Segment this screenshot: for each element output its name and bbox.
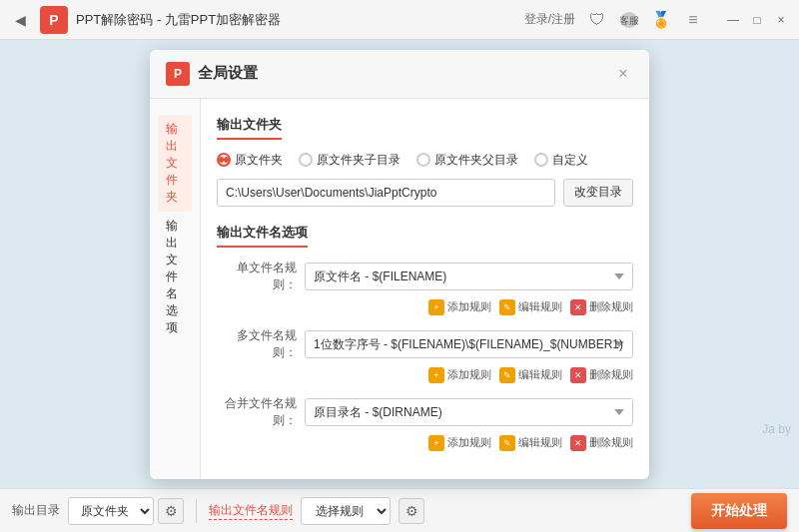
output-filename-section: 输出文件名选项 单文件名规则： 原文件名 - $(FILENAME) + 添加规… <box>217 223 633 451</box>
path-row: 改变目录 <box>217 179 633 207</box>
maximize-button[interactable]: □ <box>747 10 767 30</box>
path-input[interactable] <box>217 179 555 207</box>
radio-circle-custom <box>534 153 548 167</box>
edit-icon3: ✎ <box>499 435 515 451</box>
close-button[interactable]: × <box>771 10 791 30</box>
multi-file-label: 多文件名规则： <box>217 327 297 361</box>
shield-icon: 🛡 <box>587 10 607 30</box>
multi-file-actions: + 添加规则 ✎ 编辑规则 ✕ 删除规则 <box>217 367 633 383</box>
dialog-title: 全局设置 <box>198 64 613 83</box>
output-dir-gear-button[interactable]: ⚙ <box>158 498 184 524</box>
add-icon2: + <box>428 367 444 383</box>
multi-delete-rule-button[interactable]: ✕ 删除规则 <box>570 367 633 383</box>
radio-parent-folder[interactable]: 原文件夹父目录 <box>416 152 518 169</box>
merge-file-rule-row: 合并文件名规则： 原目录名 - $(DIRNAME) <box>217 395 633 429</box>
change-dir-button[interactable]: 改变目录 <box>563 179 633 207</box>
add-icon3: + <box>428 435 444 451</box>
merge-add-rule-button[interactable]: + 添加规则 <box>428 435 491 451</box>
single-delete-rule-button[interactable]: ✕ 删除规则 <box>570 299 633 315</box>
radio-original-folder[interactable]: 原文件夹 <box>217 152 283 169</box>
output-dir-select[interactable]: 原文件夹 <box>68 497 154 525</box>
single-file-rule-row: 单文件名规则： 原文件名 - $(FILENAME) <box>217 260 633 293</box>
multi-file-rule-row: 多文件名规则： 1位数字序号 - $(FILENAME)\$(FILENAME)… <box>217 327 633 361</box>
menu-icon[interactable]: ≡ <box>683 10 703 30</box>
merge-file-actions: + 添加规则 ✎ 编辑规则 ✕ 删除规则 <box>217 435 633 451</box>
titlebar-right: 登录/注册 🛡 客服 🏅 ≡ — □ × <box>524 10 791 30</box>
app-title: PPT解除密码 - 九雷PPT加密解密器 <box>76 11 524 29</box>
output-folder-section: 输出文件夹 原文件夹 原文件夹子目录 原文件夹父目录 <box>217 115 633 207</box>
multi-file-select[interactable]: 1位数字序号 - $(FILENAME)\$(FILENAME)_$(NUMBE… <box>305 330 633 358</box>
delete-icon3: ✕ <box>570 435 586 451</box>
single-add-rule-button[interactable]: + 添加规则 <box>428 299 491 315</box>
separator1 <box>196 499 197 523</box>
add-icon: + <box>428 299 444 315</box>
folder-radio-group: 原文件夹 原文件夹子目录 原文件夹父目录 自定义 <box>217 152 633 169</box>
output-folder-title: 输出文件夹 <box>217 116 282 140</box>
start-button[interactable]: 开始处理 <box>691 493 787 529</box>
single-edit-rule-button[interactable]: ✎ 编辑规则 <box>499 299 562 315</box>
login-button[interactable]: 登录/注册 <box>524 11 575 28</box>
radio-circle-parent <box>416 153 430 167</box>
dialog-body: 输出文件夹 输出文件名选项 输出文件夹 原文件夹 原文件夹子目录 <box>150 99 649 479</box>
filename-rule-label[interactable]: 输出文件名规则 <box>209 502 293 520</box>
single-file-label: 单文件名规则： <box>217 260 297 293</box>
radio-custom-folder[interactable]: 自定义 <box>534 152 588 169</box>
select-rule-gear-button[interactable]: ⚙ <box>399 498 424 524</box>
window-controls: — □ × <box>723 10 791 30</box>
watermark: Ja by <box>762 422 791 436</box>
merge-edit-rule-button[interactable]: ✎ 编辑规则 <box>499 435 562 451</box>
sidebar-item-filename-options[interactable]: 输出文件名选项 <box>158 212 192 342</box>
back-button[interactable]: ◀ <box>8 8 32 32</box>
global-settings-dialog: P 全局设置 × 输出文件夹 输出文件名选项 输出文件夹 原文件 <box>150 50 649 479</box>
edit-icon2: ✎ <box>499 367 515 383</box>
output-filename-title: 输出文件名选项 <box>217 224 308 248</box>
delete-icon: ✕ <box>570 299 586 315</box>
merge-file-select[interactable]: 原目录名 - $(DIRNAME) <box>305 398 633 426</box>
radio-circle-sub <box>299 153 313 167</box>
minimize-button[interactable]: — <box>723 10 743 30</box>
badge-icon: 🏅 <box>651 10 671 30</box>
sidebar-item-output-folder[interactable]: 输出文件夹 <box>158 115 192 212</box>
svg-text:客服: 客服 <box>620 15 638 26</box>
delete-icon2: ✕ <box>570 367 586 383</box>
dialog-close-button[interactable]: × <box>613 64 633 84</box>
main-content: P 全局设置 × 输出文件夹 输出文件名选项 输出文件夹 原文件 <box>0 40 799 488</box>
multi-edit-rule-button[interactable]: ✎ 编辑规则 <box>499 367 562 383</box>
output-dir-label: 输出目录 <box>12 502 60 519</box>
service-icon[interactable]: 客服 <box>619 10 639 30</box>
bottombar: 输出目录 原文件夹 ⚙ 输出文件名规则 选择规则 ⚙ 开始处理 <box>0 488 799 532</box>
dialog-main-panel: 输出文件夹 原文件夹 原文件夹子目录 原文件夹父目录 <box>201 99 649 479</box>
merge-delete-rule-button[interactable]: ✕ 删除规则 <box>570 435 633 451</box>
output-dir-select-wrap: 原文件夹 ⚙ <box>68 497 184 525</box>
merge-file-label: 合并文件名规则： <box>217 395 297 429</box>
single-file-select[interactable]: 原文件名 - $(FILENAME) <box>305 263 633 290</box>
edit-icon: ✎ <box>499 299 515 315</box>
dialog-sidebar: 输出文件夹 输出文件名选项 <box>150 99 201 479</box>
radio-circle-original <box>217 153 231 167</box>
select-rule-select[interactable]: 选择规则 <box>301 497 391 525</box>
dialog-logo-icon: P <box>166 62 190 86</box>
radio-subfolder[interactable]: 原文件夹子目录 <box>299 152 400 169</box>
dialog-header: P 全局设置 × <box>150 50 649 99</box>
single-file-actions: + 添加规则 ✎ 编辑规则 ✕ 删除规则 <box>217 299 633 315</box>
titlebar: ◀ P PPT解除密码 - 九雷PPT加密解密器 登录/注册 🛡 客服 🏅 ≡ … <box>0 0 799 40</box>
app-logo: P <box>40 6 68 34</box>
multi-add-rule-button[interactable]: + 添加规则 <box>428 367 491 383</box>
